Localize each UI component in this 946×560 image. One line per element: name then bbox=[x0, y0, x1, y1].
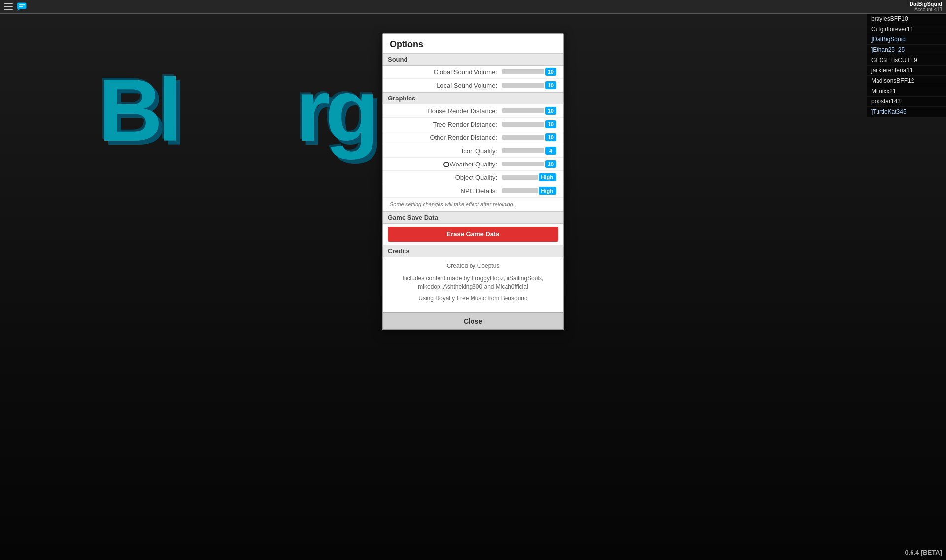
local-sound-label: Local Sound Volume: bbox=[390, 82, 502, 89]
player-item: jackierenteria11 bbox=[867, 66, 946, 76]
account-name: DatBigSquid bbox=[910, 1, 942, 7]
weather-quality-control[interactable]: 10 bbox=[502, 160, 556, 168]
player-item: Cutgirlforever11 bbox=[867, 24, 946, 34]
weather-quality-label: Weather Quality: bbox=[390, 161, 502, 168]
global-sound-value: 10 bbox=[545, 68, 556, 76]
object-quality-value: High bbox=[539, 173, 556, 181]
credits-line-3: Using Royalty Free Music from Bensound bbox=[390, 295, 556, 303]
house-render-label: House Render Distance: bbox=[390, 107, 502, 115]
local-sound-fill bbox=[502, 83, 544, 88]
weather-quality-track[interactable] bbox=[502, 162, 544, 166]
section-graphics: Graphics bbox=[383, 92, 563, 104]
house-render-value: 10 bbox=[545, 107, 556, 115]
setting-object-quality: Object Quality: High bbox=[383, 171, 563, 184]
npc-details-label: NPC Details: bbox=[390, 187, 502, 195]
player-item: MadisonsBFF12 bbox=[867, 76, 946, 86]
options-dialog: Options Sound Global Sound Volume: 10 Lo… bbox=[382, 33, 564, 330]
account-sub: Account <13 bbox=[910, 7, 942, 12]
setting-other-render: Other Render Distance: 10 bbox=[383, 131, 563, 144]
global-sound-control[interactable]: 10 bbox=[502, 68, 556, 76]
account-info: DatBigSquid Account <13 bbox=[910, 1, 942, 12]
tree-render-track[interactable] bbox=[502, 122, 544, 127]
other-render-fill bbox=[502, 135, 544, 140]
section-sound: Sound bbox=[383, 53, 563, 66]
house-render-fill bbox=[502, 108, 544, 113]
other-render-control[interactable]: 10 bbox=[502, 133, 556, 141]
svg-rect-0 bbox=[17, 3, 26, 9]
other-render-label: Other Render Distance: bbox=[390, 134, 502, 141]
icon-quality-label: Icon Quality: bbox=[390, 147, 502, 155]
player-item: ]Ethan25_25 bbox=[867, 45, 946, 55]
svg-marker-1 bbox=[17, 9, 21, 11]
npc-details-value: High bbox=[539, 187, 556, 195]
version-label: 0.6.4 [BETA] bbox=[905, 549, 942, 556]
tree-render-label: Tree Render Distance: bbox=[390, 121, 502, 128]
icon-quality-control[interactable]: 4 bbox=[502, 147, 556, 155]
weather-quality-value: 10 bbox=[545, 160, 556, 168]
other-render-track[interactable] bbox=[502, 135, 544, 140]
setting-weather-quality: Weather Quality: 10 bbox=[383, 158, 563, 171]
erase-game-data-button[interactable]: Erase Game Data bbox=[388, 227, 558, 242]
global-sound-label: Global Sound Volume: bbox=[390, 68, 502, 76]
player-list: braylesBFF10 Cutgirlforever11 ]DatBigSqu… bbox=[867, 14, 946, 117]
top-bar-right: DatBigSquid Account <13 bbox=[910, 1, 942, 12]
section-game-save: Game Save Data bbox=[383, 211, 563, 224]
close-btn-row: Close bbox=[383, 312, 563, 329]
bg-game-title: Bl rg bbox=[99, 59, 374, 161]
menu-icon[interactable] bbox=[4, 3, 13, 10]
object-quality-fill bbox=[502, 175, 538, 180]
tree-render-value: 10 bbox=[545, 120, 556, 128]
icon-quality-fill bbox=[502, 148, 519, 153]
local-sound-value: 10 bbox=[545, 81, 556, 89]
object-quality-label: Object Quality: bbox=[390, 174, 502, 181]
player-item: braylesBFF10 bbox=[867, 14, 946, 24]
npc-details-control[interactable]: High bbox=[502, 187, 556, 195]
setting-tree-render: Tree Render Distance: 10 bbox=[383, 118, 563, 131]
house-render-control[interactable]: 10 bbox=[502, 107, 556, 115]
local-sound-track[interactable] bbox=[502, 83, 544, 88]
player-item: Mimixx21 bbox=[867, 86, 946, 97]
dialog-content[interactable]: Sound Global Sound Volume: 10 Local Soun… bbox=[383, 53, 563, 312]
settings-note: Some setting changes will take effect af… bbox=[383, 198, 563, 211]
object-quality-track[interactable] bbox=[502, 175, 538, 180]
npc-details-track[interactable] bbox=[502, 188, 538, 193]
local-sound-control[interactable]: 10 bbox=[502, 81, 556, 89]
global-sound-track[interactable] bbox=[502, 69, 544, 74]
top-bar: DatBigSquid Account <13 bbox=[0, 0, 946, 14]
top-bar-left bbox=[4, 2, 28, 11]
player-item: ]TurtleKat345 bbox=[867, 107, 946, 117]
player-item: GIDGETisCUTE9 bbox=[867, 55, 946, 66]
house-render-track[interactable] bbox=[502, 108, 544, 113]
setting-npc-details: NPC Details: High bbox=[383, 184, 563, 198]
setting-global-sound: Global Sound Volume: 10 bbox=[383, 66, 563, 79]
section-credits: Credits bbox=[383, 245, 563, 257]
global-sound-fill bbox=[502, 69, 544, 74]
close-button[interactable]: Close bbox=[383, 313, 563, 329]
object-quality-control[interactable]: High bbox=[502, 173, 556, 181]
setting-house-render: House Render Distance: 10 bbox=[383, 104, 563, 118]
setting-local-sound: Local Sound Volume: 10 bbox=[383, 79, 563, 92]
weather-quality-fill bbox=[502, 162, 544, 166]
dialog-title: Options bbox=[383, 34, 563, 53]
other-render-value: 10 bbox=[545, 133, 556, 141]
player-item: ]DatBigSquid bbox=[867, 34, 946, 45]
npc-details-fill bbox=[502, 188, 538, 193]
player-item: popstar143 bbox=[867, 97, 946, 107]
setting-icon-quality: Icon Quality: 4 bbox=[383, 144, 563, 158]
icon-quality-value: 4 bbox=[545, 147, 556, 155]
icon-quality-track[interactable] bbox=[502, 148, 544, 153]
credits-content: Created by Coeptus Includes content made… bbox=[383, 257, 563, 312]
tree-render-fill bbox=[502, 122, 544, 127]
credits-line-2: Includes content made by FroggyHopz, iiS… bbox=[390, 274, 556, 291]
tree-render-control[interactable]: 10 bbox=[502, 120, 556, 128]
credits-line-1: Created by Coeptus bbox=[390, 262, 556, 270]
chat-icon[interactable] bbox=[17, 2, 28, 11]
